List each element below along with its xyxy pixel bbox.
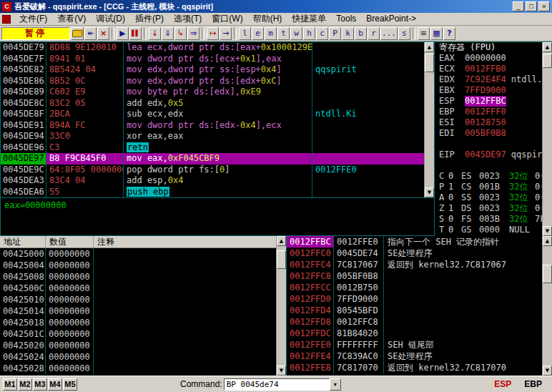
pause-icon[interactable]: ▌▌: [129, 27, 142, 40]
menu-item-6[interactable]: 窗口(W): [207, 13, 247, 24]
executables-button[interactable]: e: [252, 27, 264, 40]
disasm-row[interactable]: 0045DE9C64:8F05 00000000pop dword ptr fs…: [1, 165, 434, 176]
disasm-row[interactable]: 0045DE8C83C2 05add edx,0x5: [1, 98, 434, 109]
help-icon[interactable]: ?: [443, 27, 455, 40]
stack-row[interactable]: 0012FFE47C839AC0SE处理程序: [287, 351, 552, 362]
handles-button[interactable]: h: [303, 27, 315, 40]
dump-row[interactable]: 0042500800000000: [0, 271, 286, 283]
menu-item-1[interactable]: 文件(F): [14, 13, 52, 24]
m1-button[interactable]: M1: [3, 378, 17, 391]
pause-state-button[interactable]: 暂停: [1, 27, 70, 40]
scroll-thumb[interactable]: [277, 250, 286, 269]
flag-row[interactable]: Z1DS002332位0(: [435, 203, 552, 214]
run-icon[interactable]: ▶: [117, 27, 129, 40]
step-over-icon[interactable]: ⇓: [162, 27, 174, 40]
scroll-down-button[interactable]: ▼: [425, 187, 434, 197]
scroll-up-button[interactable]: ▲: [543, 236, 552, 246]
flag-row[interactable]: S0FS003B32位7F: [435, 214, 552, 225]
windows-list-icon[interactable]: ≡: [418, 27, 430, 40]
register-row[interactable]: EBP0012FFF0: [435, 107, 552, 117]
stack-row[interactable]: 0012FFD480545BFD: [287, 305, 552, 316]
register-row[interactable]: ESP0012FFBC: [435, 96, 552, 107]
dump-row[interactable]: 0042500000000000: [0, 248, 286, 260]
stack-row[interactable]: 0012FFCC0012B750: [287, 282, 552, 293]
source-button[interactable]: s: [398, 27, 410, 40]
disasm-row[interactable]: 0045DE828B5424 04mov edx,dword ptr ss:[e…: [1, 64, 434, 76]
register-row[interactable]: ECX0012FFB0: [435, 64, 552, 74]
dump-header-value[interactable]: 数值: [46, 236, 94, 248]
menu-item-5[interactable]: 选项(T): [169, 13, 207, 24]
menu-item-7[interactable]: 帮助(H): [248, 13, 287, 24]
flag-row[interactable]: P1CS001B32位0(: [435, 182, 552, 192]
goto-icon[interactable]: →: [220, 27, 232, 40]
dump-row[interactable]: 0042501C00000000: [0, 328, 286, 340]
stack-row[interactable]: 0012FFE87C817070返回到 kernel32.7C817070: [287, 362, 552, 373]
stack-row[interactable]: 0012FFBC0012FFE0指向下一个 SEH 记录的指针: [287, 236, 552, 248]
dump-row[interactable]: 0042501000000000: [0, 294, 286, 305]
disasm-row[interactable]: 0045DE96C3retn: [1, 142, 434, 154]
register-row[interactable]: EDX7C92E4F4ntdll.K: [435, 74, 552, 85]
execute-till-return-icon[interactable]: ↦: [207, 27, 219, 40]
esp-button[interactable]: ESP: [494, 379, 511, 389]
command-dropdown-button[interactable]: ▼: [330, 378, 341, 391]
close-button[interactable]: ×: [538, 1, 550, 11]
menu-item-9[interactable]: Tools: [331, 13, 361, 24]
dump-row[interactable]: 0042502000000000: [0, 340, 286, 351]
m5-button[interactable]: M5: [63, 378, 77, 391]
scroll-up-button[interactable]: ▲: [277, 236, 286, 246]
disasm-row[interactable]: 0045DE8F2BCAsub ecx,edxntdll.Ki: [1, 109, 434, 120]
more-button[interactable]: ...: [380, 27, 398, 40]
breakpoints-button[interactable]: b: [355, 27, 367, 40]
scroll-down-button[interactable]: ▼: [543, 366, 552, 376]
register-row[interactable]: EAX00000000: [435, 53, 552, 64]
scroll-up-button[interactable]: ▲: [425, 42, 434, 52]
minimize-button[interactable]: _: [513, 1, 524, 11]
disasm-row[interactable]: 0045DE9433C0xor eax,eax: [1, 131, 434, 142]
flag-row[interactable]: C0ES002332位0(: [435, 171, 552, 182]
menu-item-4[interactable]: 插件(P): [130, 13, 169, 24]
disasm-row[interactable]: 0045DE91894A FCmov dword ptr ds:[edx-0x4…: [1, 120, 434, 132]
dump-row[interactable]: 0042501800000000: [0, 317, 286, 328]
stack-row[interactable]: 0012FFDC81B84020: [287, 328, 552, 339]
animate-over-icon[interactable]: ⇒: [187, 27, 199, 40]
dump-row[interactable]: 0042502400000000: [0, 351, 286, 363]
m4-button[interactable]: M4: [48, 378, 62, 391]
dump-row[interactable]: 0042502800000000: [0, 363, 286, 374]
disasm-row[interactable]: 0045DE89C602 E9mov byte ptr ds:[edx],0xE…: [1, 87, 434, 98]
m2-button[interactable]: M2: [18, 378, 32, 391]
dump-header-address[interactable]: 地址: [0, 236, 46, 248]
patches-button[interactable]: P: [329, 27, 341, 40]
menu-item-2[interactable]: 查看(V): [52, 13, 91, 24]
command-input[interactable]: [224, 378, 330, 391]
stack-row[interactable]: 0012FFC47C817067返回到 kernel32.7C817067: [287, 259, 552, 270]
animate-into-icon[interactable]: ↳: [174, 27, 187, 40]
stack-row[interactable]: 0012FFD07FFD9000: [287, 293, 552, 305]
call-stack-button[interactable]: k: [342, 27, 354, 40]
flag-row[interactable]: T0GS0000NULL: [435, 225, 552, 235]
stack-row[interactable]: 0012FFC00045DE74SE处理程序: [287, 248, 552, 259]
register-row[interactable]: EBX7FFD9000: [435, 85, 552, 96]
threads-button[interactable]: t: [277, 27, 290, 40]
register-row[interactable]: EIP0045DE97qqspiri: [435, 150, 552, 160]
open-file-icon[interactable]: [71, 27, 84, 40]
scroll-thumb[interactable]: [543, 265, 552, 283]
close-icon[interactable]: ×: [97, 27, 109, 40]
restart-icon[interactable]: ↞: [84, 27, 97, 40]
scroll-down-button[interactable]: ▼: [543, 226, 552, 236]
log-window-button[interactable]: l: [239, 27, 251, 40]
windows-button[interactable]: w: [290, 27, 302, 40]
scroll-down-button[interactable]: ▼: [277, 366, 286, 376]
register-row[interactable]: ESI00128750: [435, 117, 552, 128]
dump-row[interactable]: 0042501400000000: [0, 305, 286, 317]
ebp-button[interactable]: EBP: [524, 379, 542, 389]
dump-row[interactable]: 0042500400000000: [0, 260, 286, 271]
disasm-row[interactable]: 0045DE7F8941 01mov dword ptr ds:[ecx+0x1…: [1, 54, 434, 65]
register-row[interactable]: EDI005BF0B8: [435, 128, 552, 139]
disasm-row[interactable]: 0045DE868B52 0Cmov edx,dword ptr ds:[edx…: [1, 76, 434, 87]
disasm-row[interactable]: 0045DEA383C4 04add esp,0x4: [1, 175, 434, 187]
disasm-row[interactable]: 0045DEA655push ebp: [1, 187, 434, 198]
disasm-row[interactable]: 0045DE798D88 9E120010lea ecx,dword ptr d…: [1, 42, 434, 54]
references-button[interactable]: r: [368, 27, 380, 40]
stack-row[interactable]: 0012FFE0FFFFFFFFSEH 链尾部: [287, 339, 552, 351]
scroll-up-button[interactable]: ▲: [543, 42, 552, 52]
